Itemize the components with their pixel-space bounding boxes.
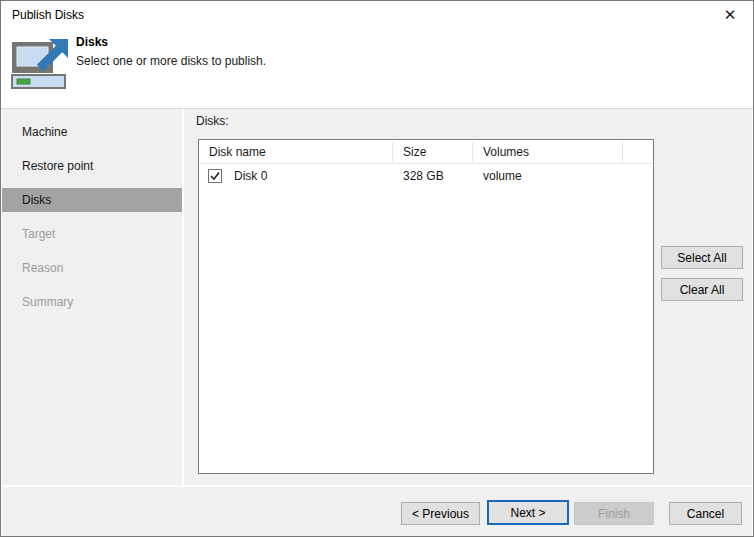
column-separator	[392, 142, 393, 162]
sidebar-item-disks[interactable]: Disks	[2, 188, 182, 212]
wizard-steps-sidebar: Machine Restore point Disks Target Reaso…	[2, 109, 182, 485]
sidebar-item-machine[interactable]: Machine	[2, 120, 182, 144]
publish-disks-dialog: Publish Disks ✕ Disks Select one or more…	[0, 0, 754, 537]
sidebar-item-reason: Reason	[2, 256, 182, 280]
disks-table-header: Disk name Size Volumes	[199, 140, 653, 164]
wizard-header: Disks Select one or more disks to publis…	[1, 29, 753, 108]
next-button[interactable]: Next >	[487, 500, 569, 525]
title-bar: Publish Disks ✕	[1, 1, 753, 29]
column-separator	[472, 142, 473, 162]
select-all-button[interactable]: Select All	[661, 246, 743, 269]
checkmark-icon	[210, 171, 220, 181]
disks-list-label: Disks:	[196, 114, 229, 128]
sidebar-item-target: Target	[2, 222, 182, 246]
window-title: Publish Disks	[12, 8, 84, 22]
clear-all-button[interactable]: Clear All	[661, 278, 743, 301]
disk-name-cell: Disk 0	[234, 164, 267, 188]
previous-button[interactable]: < Previous	[401, 502, 480, 525]
disk-volumes-cell: volume	[483, 164, 522, 188]
page-subtitle: Select one or more disks to publish.	[76, 54, 266, 68]
column-header-size[interactable]: Size	[403, 140, 426, 164]
column-header-volumes[interactable]: Volumes	[483, 140, 529, 164]
sidebar-item-summary: Summary	[2, 290, 182, 314]
table-row[interactable]: Disk 0 328 GB volume	[199, 164, 653, 188]
wizard-body: Machine Restore point Disks Target Reaso…	[2, 109, 752, 485]
page-title: Disks	[76, 35, 108, 49]
close-button[interactable]: ✕	[713, 1, 747, 29]
disks-table[interactable]: Disk name Size Volumes Disk 0 328 GB	[198, 139, 654, 474]
finish-button: Finish	[574, 502, 654, 525]
publish-disk-icon	[11, 37, 69, 89]
disk-checkbox-checked[interactable]	[208, 169, 222, 183]
cancel-button[interactable]: Cancel	[669, 502, 742, 525]
close-icon: ✕	[724, 6, 737, 24]
sidebar-item-restore-point[interactable]: Restore point	[2, 154, 182, 178]
column-header-disk-name[interactable]: Disk name	[209, 140, 266, 164]
column-separator	[622, 142, 623, 162]
step-list: Machine Restore point Disks Target Reaso…	[2, 120, 182, 324]
disk-size-cell: 328 GB	[403, 164, 444, 188]
